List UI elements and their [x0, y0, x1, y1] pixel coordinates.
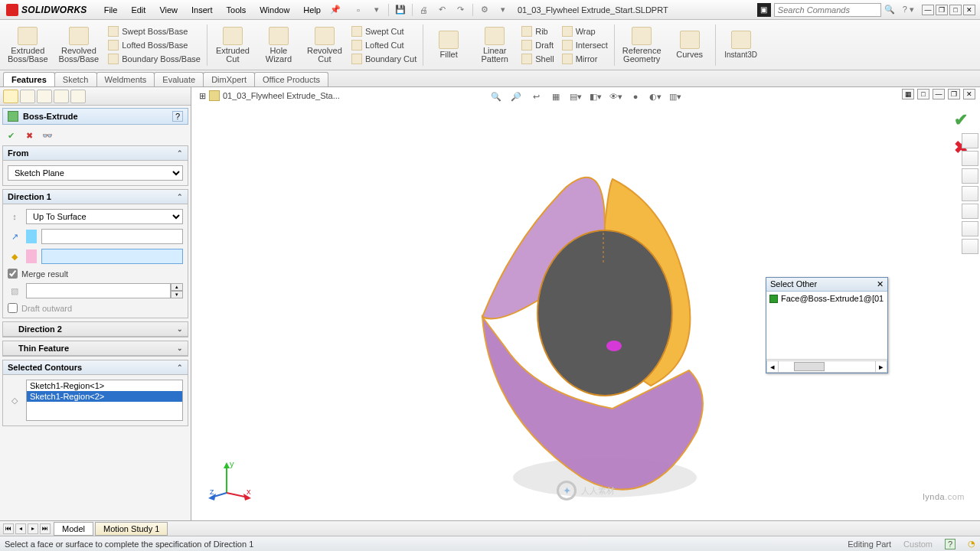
menu-tools[interactable]: Tools	[220, 3, 253, 17]
bottom-tab-model[interactable]: Model	[54, 522, 93, 536]
task-pane-custom-icon[interactable]	[962, 239, 978, 254]
tab-last-icon[interactable]: ⏭	[40, 523, 51, 534]
collapse-icon[interactable]: ⌃	[177, 149, 183, 157]
direction-vector-icon[interactable]: ↗	[8, 230, 21, 243]
tab-first-icon[interactable]: ⏮	[3, 523, 14, 534]
tab-weldments[interactable]: Weldments	[96, 72, 155, 86]
pin-icon[interactable]: 📌	[330, 5, 341, 15]
scene-icon[interactable]: ◐▾	[648, 90, 663, 103]
menu-view[interactable]: View	[153, 3, 184, 17]
breadcrumb-text[interactable]: 01_03_Flywheel Extrude_Sta...	[223, 91, 340, 100]
tab-features[interactable]: Features	[3, 72, 55, 86]
draft-button[interactable]: Draft	[518, 39, 557, 51]
tab-next-icon[interactable]: ▸	[28, 523, 38, 534]
expand-icon[interactable]: ⌄	[177, 325, 183, 333]
search-scope-icon[interactable]: ▣	[757, 3, 771, 17]
linear-pattern-button[interactable]: LinearPattern	[472, 21, 517, 69]
scroll-left-icon[interactable]: ◂	[766, 360, 779, 373]
menu-insert[interactable]: Insert	[185, 3, 219, 17]
vp-minimize-icon[interactable]: —	[933, 89, 945, 99]
zoom-fit-icon[interactable]: 🔍	[488, 90, 504, 103]
select-other-item[interactable]: Face@Boss-Extrude1@[01	[768, 293, 886, 304]
revolved-cut-button[interactable]: RevolvedCut	[302, 21, 347, 69]
undo-button[interactable]: ↶	[436, 3, 449, 17]
select-other-close-icon[interactable]: ✕	[877, 279, 884, 289]
direction-reference-input[interactable]	[41, 229, 183, 244]
view-orientation-icon[interactable]: ▤▾	[568, 90, 583, 103]
wrap-button[interactable]: Wrap	[559, 25, 611, 37]
draft-angle-icon[interactable]: ▧	[8, 284, 21, 298]
task-pane-appearance-icon[interactable]	[962, 221, 978, 236]
open-button[interactable]: ▾	[370, 3, 384, 17]
save-button[interactable]: 💾	[394, 3, 407, 17]
intersect-button[interactable]: Intersect	[559, 39, 611, 51]
revolved-boss-button[interactable]: RevolvedBoss/Base	[54, 21, 104, 69]
close-button[interactable]: ✕	[963, 5, 975, 15]
collapse-icon[interactable]: ⌃	[177, 364, 183, 371]
menu-window[interactable]: Window	[253, 3, 296, 17]
status-rebuild-icon[interactable]: ◔	[968, 539, 975, 549]
pm-tab-dimxpert-icon[interactable]	[54, 90, 69, 103]
redo-button[interactable]: ↷	[454, 3, 468, 17]
search-input[interactable]	[774, 3, 881, 17]
tab-evaluate[interactable]: Evaluate	[154, 72, 204, 86]
menu-help[interactable]: Help	[297, 3, 327, 17]
spin-up[interactable]: ▴	[171, 283, 183, 291]
status-help-icon[interactable]: ?	[945, 539, 956, 549]
extruded-boss-button[interactable]: ExtrudedBoss/Base	[3, 21, 53, 69]
contours-listbox[interactable]: Sketch1-Region<1> Sketch1-Region<2>	[26, 380, 183, 421]
help-dropdown-icon[interactable]: ? ▾	[903, 5, 914, 15]
vp-single-icon[interactable]: □	[917, 89, 929, 99]
display-style-icon[interactable]: ◧▾	[588, 90, 603, 103]
extruded-cut-button[interactable]: ExtrudedCut	[211, 21, 255, 69]
view-settings-icon[interactable]: ▥▾	[668, 90, 683, 103]
mirror-button[interactable]: Mirror	[559, 53, 611, 65]
pm-help-icon[interactable]: ?	[172, 111, 183, 122]
new-button[interactable]: ▫	[351, 3, 365, 17]
task-pane-home-icon[interactable]	[962, 133, 978, 148]
instant3d-button[interactable]: Instant3D	[719, 21, 763, 69]
menu-file[interactable]: File	[98, 3, 124, 17]
face-select-icon[interactable]: ◆	[8, 249, 21, 263]
tab-prev-icon[interactable]: ◂	[15, 523, 26, 534]
scroll-thumb[interactable]	[794, 362, 825, 371]
confirm-ok-icon[interactable]: ✔	[954, 110, 968, 130]
merge-result-checkbox[interactable]	[8, 269, 18, 279]
restore-button[interactable]: ❐	[936, 5, 948, 15]
tab-office[interactable]: Office Products	[254, 72, 328, 86]
task-pane-library-icon[interactable]	[962, 168, 978, 184]
lofted-cut-button[interactable]: Lofted Cut	[348, 39, 420, 51]
end-condition-select[interactable]: Up To Surface	[26, 209, 183, 224]
status-units[interactable]: Custom	[903, 540, 933, 549]
draft-angle-input[interactable]	[26, 283, 171, 298]
hole-wizard-button[interactable]: HoleWizard	[256, 21, 301, 69]
select-other-popup[interactable]: Select Other✕ Face@Boss-Extrude1@[01 ◂ ▸	[766, 277, 888, 373]
pm-tab-feature-icon[interactable]	[3, 90, 18, 103]
scroll-right-icon[interactable]: ▸	[875, 360, 887, 373]
boundary-boss-button[interactable]: Boundary Boss/Base	[105, 53, 204, 65]
reverse-direction-icon[interactable]: ↕	[8, 210, 21, 223]
lofted-boss-button[interactable]: Lofted Boss/Base	[105, 39, 204, 51]
tab-sketch[interactable]: Sketch	[54, 72, 97, 86]
pm-cancel-icon[interactable]: ✖	[23, 129, 35, 142]
boundary-cut-button[interactable]: Boundary Cut	[348, 53, 420, 65]
task-pane-view-icon[interactable]	[962, 204, 978, 219]
options-button[interactable]: ▾	[496, 3, 510, 17]
pm-tab-property-icon[interactable]	[20, 90, 35, 103]
maximize-button[interactable]: □	[949, 5, 962, 15]
zoom-area-icon[interactable]: 🔎	[508, 90, 524, 103]
print-button[interactable]: 🖨	[417, 3, 431, 17]
list-item[interactable]: Sketch1-Region<1>	[27, 380, 182, 391]
collapse-icon[interactable]: ⌃	[177, 193, 183, 201]
tree-expand-icon[interactable]: ⊞	[199, 91, 206, 101]
list-item[interactable]: Sketch1-Region<2>	[27, 391, 182, 402]
bottom-tab-motion[interactable]: Motion Study 1	[95, 522, 168, 536]
swept-cut-button[interactable]: Swept Cut	[348, 25, 420, 37]
expand-icon[interactable]: ⌄	[177, 344, 183, 352]
shell-button[interactable]: Shell	[518, 53, 557, 65]
pm-detail-icon[interactable]: 👓	[41, 129, 54, 142]
minimize-button[interactable]: —	[922, 5, 934, 15]
swept-boss-button[interactable]: Swept Boss/Base	[105, 25, 204, 37]
task-pane-resources-icon[interactable]	[962, 151, 978, 166]
hide-show-icon[interactable]: 👁▾	[608, 90, 623, 103]
